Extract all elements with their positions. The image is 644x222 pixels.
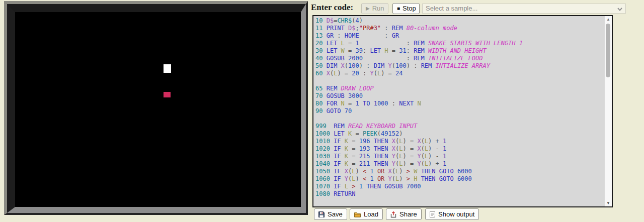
code-line: 1040 IF K = 211 THEN Y(L) = Y(L) + 1 bbox=[315, 160, 604, 168]
share-button[interactable]: Share bbox=[386, 208, 422, 220]
code-line: 90 GOTO 70 bbox=[315, 107, 604, 115]
folder-icon bbox=[354, 211, 361, 218]
show-output-button-label: Show output bbox=[438, 209, 474, 219]
code-line: 80 FOR N = 1 TO 1000 : NEXT N bbox=[315, 100, 604, 107]
share-icon bbox=[390, 211, 397, 218]
stop-button-label: Stop bbox=[403, 5, 416, 12]
code-line: 1030 IF K = 215 THEN Y(L) = Y(L) - 1 bbox=[315, 153, 604, 160]
code-line: 65 REM DRAW LOOP bbox=[315, 85, 604, 92]
code-line: 11 PRINT D$;"PR#3" : REM 80-column mode bbox=[315, 25, 604, 32]
jsbasic-app: Enter code: ▶Run ■Stop Select a sample..… bbox=[0, 0, 644, 222]
scroll-down-icon[interactable]: ▼ bbox=[605, 200, 612, 206]
code-line: 60 X(L) = 20 : Y(L) = 24 bbox=[315, 70, 604, 77]
food-block bbox=[164, 92, 171, 97]
code-line: 1020 IF K = 193 THEN X(L) = X(L) - 1 bbox=[315, 145, 604, 153]
display-bezel bbox=[4, 1, 308, 215]
document-icon bbox=[429, 211, 436, 218]
code-line bbox=[315, 198, 604, 205]
enter-code-label: Enter code: bbox=[311, 3, 353, 13]
code-line: 1070 IF L > 1 THEN GOSUB 7000 bbox=[315, 183, 604, 190]
code-editor[interactable]: 10 D$=CHR$(4)11 PRINT D$;"PR#3" : REM 80… bbox=[312, 15, 613, 207]
code-line: 40 GOSUB 2000 : REM INITIALIZE FOOD bbox=[315, 55, 604, 62]
scroll-up-icon[interactable]: ▲ bbox=[605, 16, 612, 23]
load-button[interactable]: Load bbox=[350, 208, 383, 220]
code-line: 20 LET L = 1 : REM SNAKE STARTS WITH LEN… bbox=[315, 40, 604, 47]
editor-scrollbar[interactable]: ▲ ▼ bbox=[604, 16, 612, 206]
sample-select[interactable]: Select a sample... bbox=[422, 4, 626, 14]
code-line: 13 GR : HOME : GR bbox=[315, 32, 604, 40]
play-icon: ▶ bbox=[366, 6, 370, 11]
code-line: 1080 RETURN bbox=[315, 190, 604, 198]
code-line: 10 D$=CHR$(4) bbox=[315, 17, 604, 25]
code-line: 30 LET W = 39: LET H = 31: REM WIDTH AND… bbox=[315, 47, 604, 55]
code-line: 999 REM READ KEYBOARD INPUT bbox=[315, 123, 604, 130]
code-line bbox=[315, 115, 604, 123]
code-line: 70 GOSUB 3000 bbox=[315, 92, 604, 100]
graphics-screen[interactable] bbox=[15, 12, 301, 207]
display-inner-frame bbox=[7, 4, 306, 213]
code-lines: 10 D$=CHR$(4)11 PRINT D$;"PR#3" : REM 80… bbox=[315, 17, 604, 207]
code-line: 1050 IF X(L) < 1 OR X(L) > W THEN GOTO 6… bbox=[315, 168, 604, 175]
load-button-label: Load bbox=[364, 209, 378, 219]
run-button[interactable]: ▶Run bbox=[361, 3, 388, 14]
code-line: 1060 IF Y(L) < 1 OR Y(L) > H THEN GOTO 6… bbox=[315, 175, 604, 183]
code-line bbox=[315, 77, 604, 85]
stop-icon: ■ bbox=[397, 6, 400, 11]
stop-button[interactable]: ■Stop bbox=[392, 3, 420, 14]
run-button-label: Run bbox=[372, 5, 384, 12]
show-output-button[interactable]: Show output bbox=[425, 208, 479, 220]
scrollbar-thumb[interactable] bbox=[606, 24, 610, 77]
code-line: 1010 IF K = 196 THEN X(L) = X(L) + 1 bbox=[315, 138, 604, 145]
chevron-down-icon bbox=[616, 6, 623, 13]
floppy-disk-icon bbox=[318, 211, 325, 218]
code-line: 1000 LET K = PEEK(49152) bbox=[315, 130, 604, 138]
save-button-label: Save bbox=[328, 209, 343, 219]
code-line: 50 DIM X(100) : DIM Y(100) : REM INTIALI… bbox=[315, 62, 604, 70]
snake-block bbox=[164, 64, 171, 73]
sample-select-placeholder: Select a sample... bbox=[426, 5, 477, 12]
code-line: 1999 REM INITIALIZE FOOD bbox=[315, 205, 604, 207]
share-button-label: Share bbox=[399, 209, 417, 219]
save-button[interactable]: Save bbox=[314, 208, 347, 220]
